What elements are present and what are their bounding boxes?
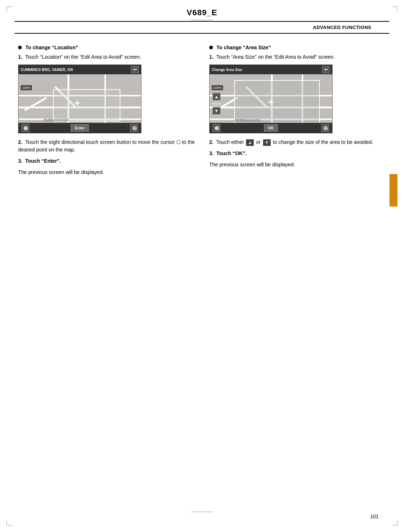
left-bullet-heading: To change “Location” <box>18 45 195 50</box>
left-map-bottombar: ⊕ Enter ⊖ <box>18 123 141 133</box>
right-map-titlebar: Change Area Size ↩ <box>210 65 332 74</box>
left-map-title-text: CUMMINGS BRG, VANIER, ON <box>21 68 73 72</box>
right-column: To change “Area Size” 1. Touch “Area Siz… <box>202 45 386 180</box>
left-map-container: CUMMINGS BRG, VANIER, ON ↩ <box>18 65 195 133</box>
corner-mark-br <box>392 520 397 525</box>
road-diag2 <box>24 97 47 111</box>
right-step2-post: to change the size of the area to be avo… <box>273 139 373 145</box>
left-step2-label: 2. <box>18 139 22 145</box>
right-step2-pre: Touch either <box>216 139 244 145</box>
right-step2-label: 2. <box>209 139 214 145</box>
left-map-body: 100m RIVERAIN PARK ⊕ Enter ⊖ <box>18 74 141 133</box>
left-zoom-in-btn: ⊕ <box>21 124 29 132</box>
right-step3-text: Touch “OK”. <box>216 150 247 156</box>
left-map-titlebar: CUMMINGS BRG, VANIER, ON ↩ <box>18 65 141 74</box>
right-step2-or: or <box>256 139 260 145</box>
right-step3-label: 3. <box>209 150 214 156</box>
right-step2: 2. Touch either ▲ or ▼ to change the siz… <box>209 138 386 146</box>
left-zoom-out-btn: ⊖ <box>130 124 138 132</box>
left-bullet-text: To change “Location” <box>25 45 78 50</box>
left-map-park-label: RIVERAIN PARK <box>43 118 69 121</box>
page-number: 101 <box>370 514 379 519</box>
right-map-image: Change Area Size ↩ <box>209 65 333 133</box>
left-step3-note: The previous screen will be displayed. <box>18 169 195 176</box>
bullet-dot-right <box>209 46 213 49</box>
right-map-scale: 100m <box>212 85 223 90</box>
size-value: 400 m <box>212 102 221 106</box>
right-map-back-btn: ↩ <box>322 66 330 73</box>
right-step1-label: 1. <box>209 54 214 60</box>
right-map-bottombar: ⊕ OK ⊖ <box>210 123 332 133</box>
left-step2-text: Touch the eight directional touch screen… <box>18 139 195 153</box>
corner-mark-bl <box>7 520 12 525</box>
size-control-bar: ▲ 400 m ▼ <box>212 93 221 115</box>
right-step3-note: The previous screen will be displayed. <box>209 161 386 169</box>
right-bullet-text: To change “Area Size” <box>217 45 271 50</box>
right-map-bg: Change Area Size ↩ <box>210 65 332 133</box>
right-step3: 3. Touch “OK”. <box>209 150 386 157</box>
right-map-container: Change Area Size ↩ <box>209 65 386 133</box>
left-step3: 3. Touch “Enter”. <box>18 157 195 165</box>
size-down-btn: ▼ <box>213 107 220 114</box>
right-step1-text: Touch “Area Size” on the “Edit Area to A… <box>216 54 335 60</box>
right-zoom-in-btn: ⊕ <box>213 124 220 132</box>
left-map-scale: 100m <box>21 85 32 90</box>
main-content: To change “Location” 1. Touch “Location”… <box>15 34 389 180</box>
left-step3-text: Touch “Enter”. <box>25 158 61 164</box>
right-zoom-out-btn: ⊖ <box>321 124 329 132</box>
left-map-bg: CUMMINGS BRG, VANIER, ON ↩ <box>18 65 141 133</box>
left-step1-text: Touch “Location” on the “Edit Area to Av… <box>25 54 141 60</box>
right-bullet-heading: To change “Area Size” <box>209 45 386 50</box>
right-map-park-label: RIVERAIN PARK <box>234 118 260 121</box>
left-step3-label: 3. <box>18 158 22 164</box>
size-up-btn: ▲ <box>213 93 220 100</box>
left-crosshair <box>74 100 80 107</box>
right-step2-btn1: ▲ <box>246 139 254 146</box>
left-column: To change “Location” 1. Touch “Location”… <box>18 45 202 180</box>
page-header: V689_E <box>0 0 404 21</box>
right-map-title-text: Change Area Size <box>212 68 242 72</box>
right-step2-btn2: ▼ <box>263 139 271 146</box>
page-title: V689_E <box>187 8 217 17</box>
right-color-tab <box>389 174 397 207</box>
left-avoidance-area <box>53 89 120 121</box>
right-ok-btn: OK <box>264 124 278 132</box>
bullet-dot-left <box>18 46 22 49</box>
right-crosshair <box>268 99 274 106</box>
bottom-tick <box>191 512 213 512</box>
right-map-body: 100m ▲ 400 m ▼ RIVERAIN PARK <box>210 74 332 133</box>
left-step1: 1. Touch “Location” on the “Edit Area to… <box>18 53 195 61</box>
right-step1: 1. Touch “Area Size” on the “Edit Area t… <box>209 53 386 61</box>
left-step1-label: 1. <box>18 54 22 60</box>
left-map-back-btn: ↩ <box>131 66 139 73</box>
left-step2: 2. Touch the eight directional touch scr… <box>18 138 195 154</box>
left-enter-btn: Enter <box>71 124 89 132</box>
section-title: ADVANCED FUNCTIONS <box>15 22 389 34</box>
left-map-image: CUMMINGS BRG, VANIER, ON ↩ <box>18 65 141 133</box>
